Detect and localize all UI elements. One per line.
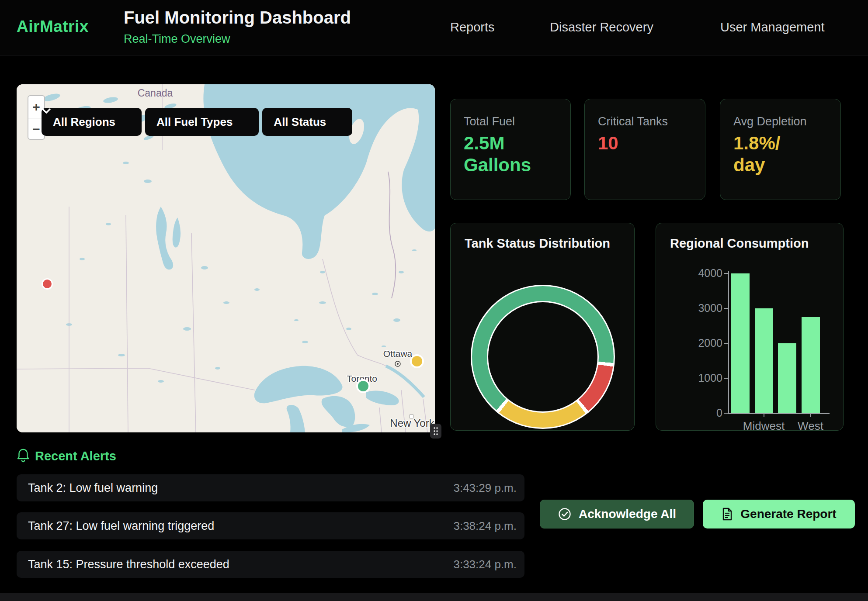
consumption-bar (778, 343, 796, 413)
tank-marker-normal[interactable] (356, 379, 370, 393)
fuel-type-filter-select[interactable]: All Fuel Types (145, 108, 259, 136)
status-filter-select[interactable]: All Status (262, 108, 352, 136)
header: AirMatrix Fuel Monitoring Dashboard Real… (0, 0, 868, 55)
x-axis-line (728, 413, 830, 414)
bell-icon (17, 448, 30, 465)
stat-card-avg-depletion: Avg Depletion 1.8%/ day (720, 99, 841, 200)
report-document-icon (721, 507, 733, 521)
map-label-canada: Canada (138, 87, 173, 99)
fuel-map[interactable]: Canada Ottawa Toronto New York + − All R… (17, 84, 435, 432)
stat-label: Avg Depletion (733, 115, 807, 128)
x-tick-mark (764, 413, 764, 417)
recent-alerts-heading: Recent Alerts (35, 449, 116, 463)
nav-reports[interactable]: Reports (450, 20, 495, 35)
map-poi-dot (410, 414, 413, 418)
map-filters: All Regions All Fuel Types All Status (42, 108, 352, 136)
bottom-strip (0, 593, 868, 601)
consumption-bar (731, 273, 750, 413)
stat-label: Critical Tanks (598, 115, 668, 128)
consumption-bar (755, 308, 773, 413)
y-tick-mark (724, 378, 728, 379)
alert-row: Tank 15: Pressure threshold exceeded 3:3… (17, 551, 524, 578)
nav-user-management[interactable]: User Management (720, 20, 825, 35)
y-axis-line (728, 271, 729, 414)
app-root: AirMatrix Fuel Monitoring Dashboard Real… (0, 0, 868, 601)
tank-marker-warning[interactable] (410, 354, 424, 368)
region-filter-value: All Regions (53, 115, 115, 129)
stat-value-total-fuel: 2.5M Gallons (464, 132, 538, 176)
alert-row: Tank 27: Low fuel warning triggered 3:38… (17, 512, 524, 539)
y-tick-label: 1000 (661, 372, 722, 384)
y-tick-label: 4000 (661, 267, 722, 280)
y-tick-label: 0 (661, 407, 722, 419)
y-tick-mark (724, 308, 728, 309)
x-tick-label: West (780, 419, 841, 433)
y-tick-label: 2000 (661, 337, 722, 349)
generate-report-label: Generate Report (740, 507, 836, 521)
check-circle-icon (558, 507, 572, 521)
alert-message: Tank 27: Low fuel warning triggered (28, 519, 214, 533)
map-label-new-york: New York (390, 417, 434, 429)
stat-label: Total Fuel (464, 115, 515, 128)
y-tick-mark (724, 343, 728, 344)
alert-timestamp: 3:43:29 p.m. (453, 481, 517, 495)
y-tick-mark (724, 273, 728, 274)
generate-report-button[interactable]: Generate Report (703, 500, 855, 528)
status-filter-value: All Status (274, 115, 326, 129)
tank-marker-critical[interactable] (42, 278, 53, 290)
page-subtitle: Real-Time Overview (124, 32, 230, 46)
chart-title: Tank Status Distribution (465, 236, 610, 251)
regional-consumption-card: Regional Consumption 40003000200010000Mi… (656, 223, 844, 431)
tank-status-card: Tank Status Distribution (450, 223, 635, 431)
map-canvas: Canada Ottawa Toronto New York (17, 84, 435, 432)
alert-message: Tank 2: Low fuel warning (28, 481, 158, 495)
alert-row: Tank 2: Low fuel warning 3:43:29 p.m. (17, 474, 524, 501)
stat-card-total-fuel: Total Fuel 2.5M Gallons (450, 99, 571, 200)
acknowledge-all-label: Acknowledge All (579, 507, 676, 521)
map-label-ottawa: Ottawa (383, 349, 413, 359)
consumption-bar (802, 317, 820, 413)
brand-logo[interactable]: AirMatrix (17, 17, 89, 36)
stat-value-avg-depletion: 1.8%/ day (733, 132, 808, 176)
grip-dots-icon (433, 426, 439, 436)
x-tick-mark (810, 413, 811, 417)
regional-consumption-bar-chart[interactable]: 40003000200010000MidwestWest (656, 223, 844, 431)
stat-card-critical-tanks: Critical Tanks 10 (584, 99, 705, 200)
alert-timestamp: 3:38:24 p.m. (453, 519, 517, 533)
alert-message: Tank 15: Pressure threshold exceeded (28, 558, 229, 571)
donut-hole (488, 302, 597, 411)
nav-disaster-recovery[interactable]: Disaster Recovery (550, 20, 653, 35)
page-title: Fuel Monitoring Dashboard (124, 8, 351, 28)
stat-value-critical-tanks: 10 (598, 132, 618, 154)
acknowledge-all-button[interactable]: Acknowledge All (540, 500, 694, 528)
alert-timestamp: 3:33:24 p.m. (453, 558, 517, 571)
resize-handle[interactable] (430, 424, 441, 439)
y-tick-mark (724, 413, 728, 414)
region-filter-select[interactable]: All Regions (42, 108, 142, 136)
tank-status-donut-chart[interactable] (471, 285, 615, 429)
fuel-type-filter-value: All Fuel Types (156, 115, 233, 129)
y-tick-label: 3000 (661, 302, 722, 314)
